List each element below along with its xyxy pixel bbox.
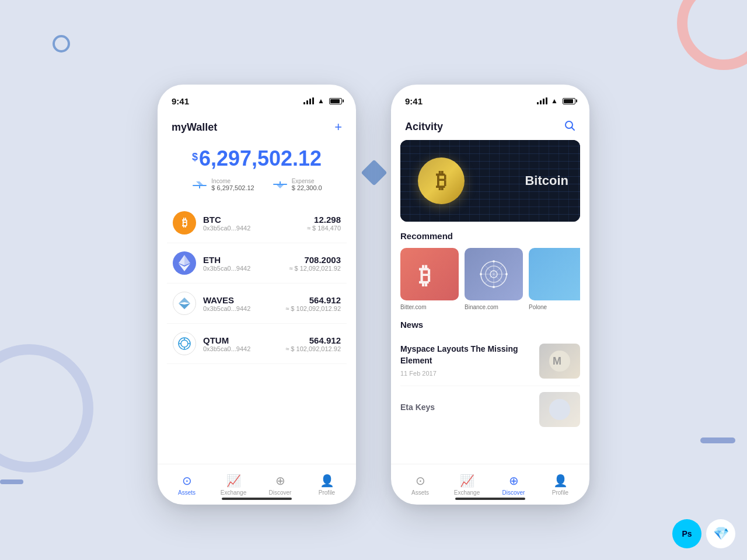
btc-info: BTC 0x3b5ca0...9442 — [203, 215, 300, 232]
svg-point-29 — [493, 286, 495, 288]
svg-point-27 — [493, 260, 495, 262]
home-indicator-2 — [455, 498, 525, 500]
discover-icon-1: ⊕ — [275, 474, 285, 488]
phones-container: 9:41 ▲ myWallet + — [0, 0, 747, 560]
search-button[interactable] — [564, 120, 575, 134]
svg-marker-6 — [179, 255, 184, 265]
eth-name: ETH — [203, 255, 282, 265]
balance-amount: $ 6,297,502.12 — [172, 146, 342, 171]
rec-card-polone[interactable]: Polone — [529, 248, 580, 310]
nav-exchange-1[interactable]: 📈 Exchange — [210, 474, 257, 496]
btc-name: BTC — [203, 215, 300, 225]
bitcoin-hero[interactable]: ₿ Bitcoin — [400, 140, 580, 222]
photoshop-icon: Ps — [672, 519, 701, 548]
svg-point-33 — [549, 399, 570, 420]
svg-marker-9 — [179, 298, 190, 303]
news-title-2: Eta Keys — [400, 402, 532, 414]
svg-text:₿: ₿ — [419, 262, 431, 287]
news-item-2[interactable]: Eta Keys — [400, 386, 580, 433]
bottom-nav-1: ⊙ Assets 📈 Exchange ⊕ Discover 👤 Profile — [158, 464, 356, 505]
exchange-icon-2: 📈 — [460, 474, 474, 488]
signal-icon-2 — [537, 97, 547, 104]
crypto-item-eth[interactable]: ETH 0x3b5ca0...9442 708.2003 ≈ $ 12,092,… — [167, 243, 347, 284]
activity-scroll: ₿ Bitcoin Recommend ₿ — [391, 140, 589, 464]
wallet-title: myWallet — [172, 121, 217, 134]
eth-address: 0x3b5ca0...9442 — [203, 265, 282, 272]
qtum-usd: ≈ $ 102,092,012.92 — [285, 345, 341, 352]
rec-card-binance[interactable]: Binance.com — [465, 248, 523, 310]
wifi-icon-2: ▲ — [551, 97, 558, 105]
news-info-2: Eta Keys — [400, 402, 532, 417]
status-icons-1: ▲ — [303, 97, 342, 105]
income-value: $ 6,297,502.12 — [211, 184, 254, 191]
btc-amount: 12.298 — [307, 215, 341, 225]
add-wallet-button[interactable]: + — [334, 120, 342, 135]
crypto-item-waves[interactable]: WAVES 0x3b5ca0...9442 564.912 ≈ $ 102,09… — [167, 284, 347, 324]
wallet-content: myWallet + $ 6,297,502.12 — [158, 110, 356, 464]
exchange-label-1: Exchange — [221, 489, 246, 496]
btc-logo: ₿ — [173, 211, 196, 235]
svg-text:M: M — [553, 355, 561, 367]
news-item-1[interactable]: Myspace Layouts The Missing Element 11 F… — [400, 337, 580, 386]
expense-value: $ 22,300.0 — [292, 184, 322, 191]
recommend-cards: ₿ Bitter.com — [400, 248, 580, 310]
profile-icon-2: 👤 — [553, 474, 568, 488]
nav-discover-1[interactable]: ⊕ Discover — [257, 474, 303, 496]
qtum-address: 0x3b5ca0...9442 — [203, 345, 278, 352]
sketch-icon: 💎 — [706, 519, 735, 548]
balance-number: 6,297,502.12 — [199, 146, 322, 171]
waves-info: WAVES 0x3b5ca0...9442 — [203, 295, 278, 312]
eth-logo — [173, 251, 196, 275]
balance-stats: Income $ 6,297,502.12 — [172, 178, 342, 191]
exchange-label-2: Exchange — [454, 489, 480, 496]
phone-activity: 9:41 ▲ Acitvity — [391, 85, 589, 505]
news-thumb-1: M — [539, 344, 580, 379]
eth-amount: 708.2003 — [289, 255, 341, 265]
nav-profile-2[interactable]: 👤 Profile — [537, 474, 584, 496]
status-bar-2: 9:41 ▲ — [391, 85, 589, 110]
recommend-title: Recommend — [400, 231, 580, 241]
phone-wallet: 9:41 ▲ myWallet + — [158, 85, 356, 505]
qtum-info: QTUM 0x3b5ca0...9442 — [203, 335, 278, 352]
assets-icon-2: ⊙ — [416, 474, 425, 488]
news-thumb-image-2 — [539, 392, 580, 427]
bottom-nav-2: ⊙ Assets 📈 Exchange ⊕ Discover 👤 Profile — [391, 464, 589, 505]
income-label: Income — [211, 178, 254, 184]
news-title: News — [400, 320, 580, 330]
nav-profile-1[interactable]: 👤 Profile — [303, 474, 350, 496]
news-thumb-image-1: M — [539, 344, 580, 379]
news-section: News Myspace Layouts The Missing Element… — [400, 320, 580, 433]
eth-usd: ≈ $ 12,092,021.92 — [289, 265, 341, 272]
crypto-item-qtum[interactable]: QTUM 0x3b5ca0...9442 564.912 ≈ $ 102,092… — [167, 324, 347, 364]
qtum-logo — [173, 332, 196, 355]
news-date-1: 11 Feb 2017 — [400, 370, 532, 377]
income-icon — [191, 179, 208, 191]
nav-exchange-2[interactable]: 📈 Exchange — [444, 474, 490, 496]
btc-address: 0x3b5ca0...9442 — [203, 225, 300, 232]
waves-usd: ≈ $ 102,092,012.92 — [285, 305, 341, 312]
waves-name: WAVES — [203, 295, 278, 305]
income-info: Income $ 6,297,502.12 — [211, 178, 254, 191]
bg-decoration-rect-blue2 — [0, 480, 23, 484]
expense-info: Expense $ 22,300.0 — [292, 178, 322, 191]
exchange-icon-1: 📈 — [226, 474, 241, 488]
nav-discover-2[interactable]: ⊕ Discover — [490, 474, 537, 496]
nav-assets-1[interactable]: ⊙ Assets — [163, 474, 210, 496]
bg-decoration-circle-blue — [53, 35, 70, 52]
waves-amount: 564.912 — [285, 295, 341, 305]
profile-label-2: Profile — [552, 489, 568, 496]
crypto-list: ₿ BTC 0x3b5ca0...9442 12.298 ≈ $ 184,470 — [158, 203, 356, 464]
activity-content: Acitvity ₿ Bitcoin Recommend — [391, 110, 589, 464]
crypto-item-btc[interactable]: ₿ BTC 0x3b5ca0...9442 12.298 ≈ $ 184,470 — [167, 203, 347, 243]
binance-card-image — [465, 248, 523, 300]
nav-assets-2[interactable]: ⊙ Assets — [397, 474, 444, 496]
svg-marker-1 — [196, 181, 203, 185]
discover-icon-2: ⊕ — [509, 474, 519, 488]
activity-header: Acitvity — [391, 110, 589, 140]
rec-card-bitter[interactable]: ₿ Bitter.com — [400, 248, 459, 310]
bitter-card-label: Bitter.com — [400, 304, 459, 310]
qtum-name: QTUM — [203, 335, 278, 345]
svg-point-30 — [480, 273, 482, 275]
profile-label-1: Profile — [319, 489, 335, 496]
waves-address: 0x3b5ca0...9442 — [203, 305, 278, 312]
